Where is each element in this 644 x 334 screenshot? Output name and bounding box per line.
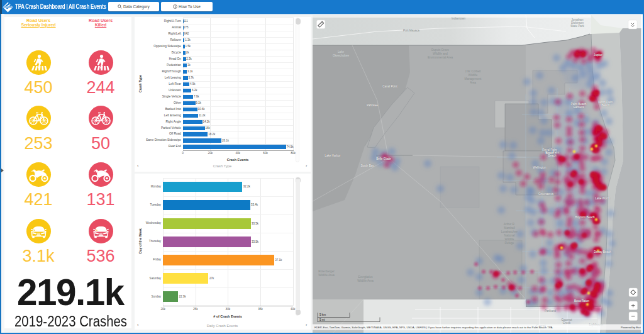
- svg-text:Indiantown: Indiantown: [452, 17, 466, 20]
- svg-text:Wildlife and: Wildlife and: [433, 52, 448, 55]
- svg-text:Parkland: Parkland: [545, 309, 557, 313]
- svg-text:5 km: 5 km: [319, 313, 326, 316]
- svg-text:Wildlife Area: Wildlife Area: [318, 274, 335, 277]
- svg-text:Lake Harbor: Lake Harbor: [325, 154, 341, 157]
- svg-text:Boca Raton: Boca Raton: [574, 299, 589, 303]
- svg-text:J.W. Corbett: J.W. Corbett: [465, 70, 481, 73]
- svg-text:Wildlife Area: Wildlife Area: [357, 279, 374, 282]
- svg-text:Beach: Beach: [601, 104, 609, 107]
- svg-text:Canal Point: Canal Point: [382, 85, 397, 88]
- svg-text:Loxahatchee: Loxahatchee: [501, 230, 518, 233]
- svg-text:Everglades: Everglades: [358, 276, 374, 279]
- svg-text:5 mi: 5 mi: [319, 318, 325, 321]
- svg-text:FDEP, Esri, TomTom, Garmin, Sa: FDEP, Esri, TomTom, Garmin, SafeGraph, M…: [314, 326, 553, 329]
- svg-text:Lake: Lake: [338, 50, 344, 53]
- svg-text:Marshall: Marshall: [504, 226, 514, 230]
- svg-text:South Bay: South Bay: [360, 164, 374, 167]
- svg-text:State Park: State Park: [570, 25, 584, 28]
- svg-text:Rotenberger: Rotenberger: [318, 270, 335, 273]
- svg-text:Creek: Creek: [563, 321, 571, 325]
- svg-text:Refuge: Refuge: [505, 242, 514, 245]
- svg-text:National: National: [504, 234, 515, 237]
- svg-text:Pahokee: Pahokee: [367, 104, 379, 107]
- svg-text:Area: Area: [470, 81, 476, 84]
- svg-text:Wildlife: Wildlife: [469, 74, 478, 77]
- svg-text:Delray Beach: Delray Beach: [594, 250, 611, 253]
- svg-text:Port Mayaca: Port Mayaca: [403, 29, 419, 32]
- svg-text:Boynton Beach: Boynton Beach: [575, 216, 595, 219]
- svg-text:Management: Management: [465, 77, 482, 81]
- svg-text:Belle Glade: Belle Glade: [376, 157, 391, 160]
- svg-text:Okeechobee: Okeechobee: [333, 54, 349, 57]
- svg-text:Powered by Esri: Powered by Esri: [621, 326, 641, 329]
- svg-text:Arthur R.: Arthur R.: [504, 223, 515, 226]
- svg-text:Wildlife: Wildlife: [505, 238, 514, 241]
- svg-text:Wellington: Wellington: [533, 166, 547, 169]
- svg-text:Beach: Beach: [545, 152, 553, 155]
- svg-text:Greenacres: Greenacres: [538, 192, 554, 196]
- svg-text:Jupiter: Jupiter: [594, 53, 602, 57]
- svg-text:Lake Worth: Lake Worth: [595, 197, 610, 200]
- svg-text:Dupuis Grove: Dupuis Grove: [431, 48, 450, 52]
- svg-text:Environmental Area: Environmental Area: [428, 56, 453, 59]
- svg-text:Gardens: Gardens: [573, 106, 584, 109]
